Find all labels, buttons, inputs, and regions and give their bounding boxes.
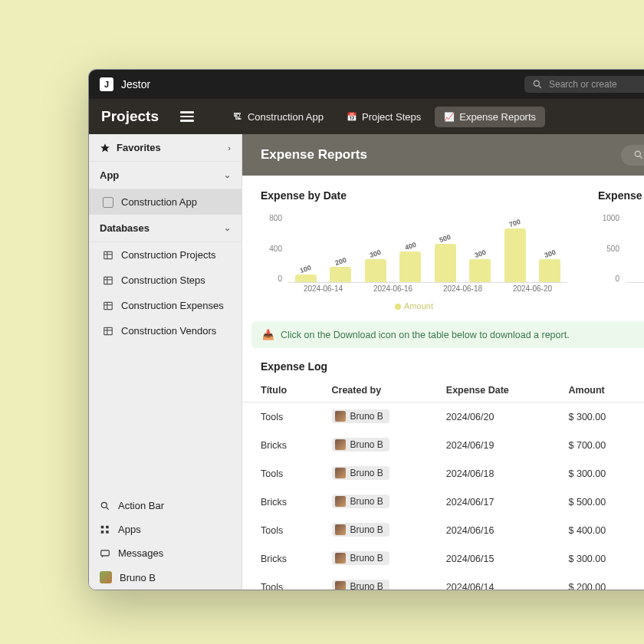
tab-expense-reports[interactable]: 📈Expense Reports <box>435 107 545 127</box>
svg-point-0 <box>534 80 539 86</box>
user-chip[interactable]: Bruno B <box>332 438 389 452</box>
y-axis: 8004000 <box>261 214 285 283</box>
user-chip[interactable]: Bruno B <box>332 495 389 508</box>
table-row[interactable]: Tools Bruno B 2024/06/20 $ 300.00 <box>242 402 644 432</box>
chevron-down-icon: ⌄ <box>224 223 231 233</box>
svg-rect-19 <box>101 531 104 534</box>
avatar-icon <box>100 571 112 583</box>
user-chip[interactable]: Bruno B <box>332 523 389 537</box>
x-axis: 2024-06-142024-06-162024-06-182024-06-20 <box>288 284 567 298</box>
tab-project-steps[interactable]: 📅Project Steps <box>337 107 430 127</box>
page-title: Expense Reports <box>261 147 367 163</box>
sidebar-messages[interactable]: Messages <box>89 541 242 565</box>
chart-bar[interactable] <box>295 274 317 282</box>
svg-rect-20 <box>106 531 109 534</box>
sidebar-item-construction-expenses[interactable]: Construction Expenses <box>89 293 242 318</box>
table-row[interactable]: Bricks Bruno B 2024/06/17 $ 500.00 <box>242 488 644 516</box>
tab-icon: 📅 <box>347 111 357 122</box>
sidebar-action-bar[interactable]: Action Bar <box>89 494 242 518</box>
chart-expense-by-secondary: Expense by 10005000 <box>598 189 644 310</box>
legend-dot-icon <box>395 304 401 310</box>
app-label: App <box>100 169 119 181</box>
svg-line-23 <box>640 156 642 159</box>
table-row[interactable]: Bricks Bruno B 2024/06/19 $ 700.00 <box>242 431 644 459</box>
sidebar-item-construction-vendors[interactable]: Construction Vendors <box>89 318 242 343</box>
column-header[interactable]: Amount <box>561 379 644 402</box>
sidebar-favorites[interactable]: Favorites › <box>89 134 242 162</box>
column-header[interactable]: Título <box>242 379 324 402</box>
table-row[interactable]: Bricks Bruno B 2024/06/15 $ 300.00 <box>242 544 644 573</box>
table-row[interactable]: Tools Bruno B 2024/06/14 $ 200.00 <box>242 573 644 590</box>
svg-rect-3 <box>104 251 113 258</box>
avatar-icon <box>335 581 346 590</box>
chart-bar[interactable] <box>330 267 351 282</box>
topbar: J Jestor Search or create ⌘ K <box>89 70 644 99</box>
avatar-icon <box>335 553 346 564</box>
svg-rect-17 <box>101 525 104 528</box>
chart-bar[interactable] <box>504 228 526 282</box>
user-chip[interactable]: Bruno B <box>332 580 389 590</box>
sidebar-item-construction-projects[interactable]: Construction Projects <box>89 242 242 268</box>
column-header[interactable]: Expense Date <box>439 379 561 402</box>
chevron-down-icon: ⌄ <box>224 170 231 180</box>
sidebar-apps[interactable]: Apps <box>89 518 242 541</box>
star-icon <box>100 143 110 153</box>
sidebar-user[interactable]: Bruno B <box>89 565 242 590</box>
table-icon <box>103 301 113 311</box>
column-header[interactable]: Created by <box>324 379 439 402</box>
chart-legend: Amount <box>261 301 567 310</box>
download-icon: 📥 <box>262 329 274 340</box>
avatar-icon <box>335 524 346 535</box>
table-icon <box>103 250 113 261</box>
chart-title: Expense by <box>598 189 644 202</box>
svg-line-1 <box>539 86 541 88</box>
svg-rect-9 <box>104 302 113 309</box>
chart-expense-by-date: Expense by Date 8004000 1002003004005003… <box>261 189 567 310</box>
sidebar-databases-header[interactable]: Databases ⌄ <box>89 215 242 242</box>
tabbar: Projects 🏗Construction App📅Project Steps… <box>89 99 644 134</box>
sidebar-item-construction-steps[interactable]: Construction Steps <box>89 268 242 293</box>
user-chip[interactable]: Bruno B <box>332 409 389 423</box>
search-icon <box>100 501 110 511</box>
svg-rect-21 <box>101 550 110 555</box>
sidebar-item-construction-app[interactable]: Construction App <box>89 189 242 215</box>
chart-bar[interactable] <box>365 259 386 282</box>
search-icon <box>633 150 644 160</box>
page-search[interactable]: Search <box>621 145 644 166</box>
avatar-icon <box>335 468 346 478</box>
chart-bars <box>626 214 644 283</box>
table-row[interactable]: Tools Bruno B 2024/06/16 $ 400.00 <box>242 516 644 544</box>
svg-point-15 <box>101 502 107 508</box>
chart-bar[interactable] <box>539 259 560 282</box>
workspace-title: Projects <box>101 108 159 125</box>
chart-bar[interactable] <box>399 251 421 282</box>
table-icon <box>103 275 113 286</box>
favorites-label: Favorites <box>117 142 161 153</box>
avatar-icon <box>335 411 346 422</box>
search-placeholder: Search or create <box>549 79 644 90</box>
sidebar-app-header[interactable]: App ⌄ <box>89 162 242 189</box>
main-header: Expense Reports Search <box>242 134 644 176</box>
svg-point-22 <box>635 151 640 156</box>
chevron-right-icon: › <box>228 143 231 153</box>
tab-icon: 📈 <box>444 111 455 122</box>
chart-bar[interactable] <box>435 244 456 282</box>
svg-rect-12 <box>104 327 113 334</box>
main-panel: Expense Reports Search Expense by Date 8… <box>242 134 644 590</box>
avatar-icon <box>335 496 346 507</box>
chart-bar[interactable] <box>469 259 491 282</box>
apps-icon <box>100 524 110 535</box>
tab-construction-app[interactable]: 🏗Construction App <box>223 107 333 127</box>
table-title: Expense Log <box>242 348 644 379</box>
menu-icon[interactable] <box>180 111 194 122</box>
user-chip[interactable]: Bruno B <box>332 466 389 480</box>
expense-log-table: TítuloCreated byExpense DateAmountReceip… <box>242 379 644 590</box>
svg-rect-18 <box>106 525 109 528</box>
avatar-icon <box>335 439 346 450</box>
user-chip[interactable]: Bruno B <box>332 551 389 565</box>
global-search[interactable]: Search or create ⌘ K <box>524 76 644 93</box>
table-icon <box>103 326 113 337</box>
table-row[interactable]: Tools Bruno B 2024/06/18 $ 300.00 <box>242 459 644 488</box>
y-axis: 10005000 <box>598 214 623 283</box>
sidebar: Favorites › App ⌄ Construction App Datab… <box>89 134 242 590</box>
